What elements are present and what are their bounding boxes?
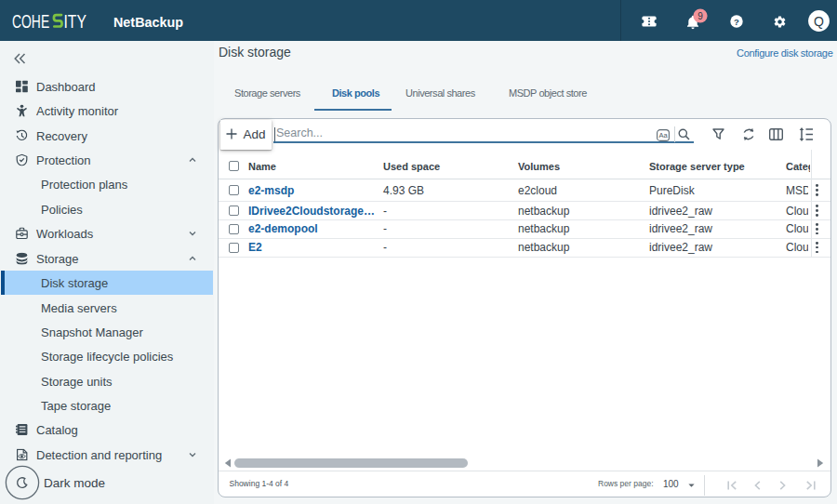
svg-text:COHE: COHE	[12, 11, 49, 32]
svg-text:Aa: Aa	[658, 131, 668, 139]
svg-text:NetBackup: NetBackup	[113, 14, 183, 30]
svg-text:?: ?	[734, 17, 739, 27]
svg-text:9: 9	[698, 10, 703, 20]
svg-text:Q: Q	[814, 14, 824, 29]
svg-text:ITY: ITY	[64, 11, 86, 32]
